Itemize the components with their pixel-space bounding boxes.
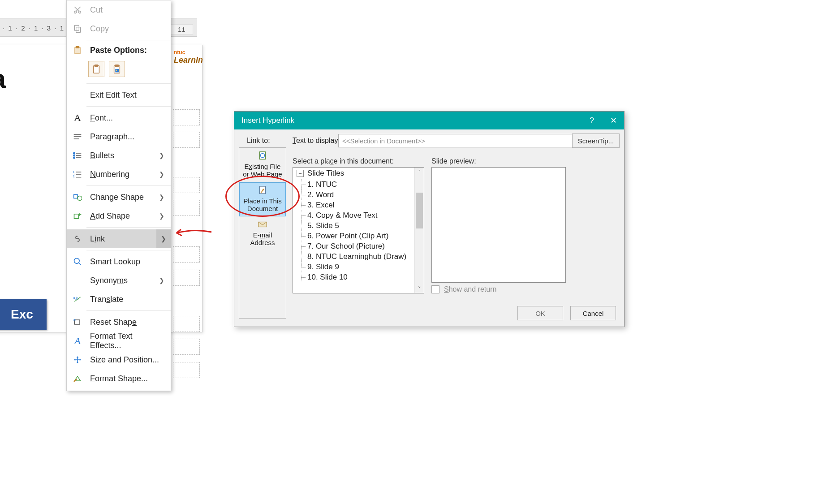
tree-slide-item[interactable]: 2. Word [295, 190, 415, 200]
document-tree[interactable]: − Slide Titles 1. NTUC 2. Word 3. Excel … [293, 167, 424, 293]
menu-copy[interactable]: Copy [67, 19, 171, 38]
dialog-titlebar[interactable]: Insert Hyperlink ? ✕ [234, 112, 624, 129]
menu-label: Smart Lookup [90, 257, 140, 267]
link-icon [71, 235, 84, 243]
svg-point-11 [116, 70, 117, 71]
translate-icon: aあ [71, 295, 84, 303]
menu-paste-options: Paste Options: [67, 42, 171, 58]
slide-preview-label: Slide preview: [431, 157, 476, 165]
paste-options-row [67, 58, 171, 82]
tree-slide-item[interactable]: 6. Power Point (Clip Art) [295, 231, 415, 241]
svg-rect-18 [74, 194, 78, 198]
globe-page-icon [258, 151, 267, 161]
menu-numbering[interactable]: 123 Numbering ❯ [67, 165, 171, 184]
dialog-help-button[interactable]: ? [581, 112, 603, 129]
svg-rect-2 [76, 27, 81, 33]
placeholder-dash [173, 339, 200, 355]
menu-format-text-effects[interactable]: A Format Text Effects... [67, 332, 171, 350]
svg-point-12 [73, 152, 75, 154]
linkto-existing-file[interactable]: Existing File or Web Page [239, 148, 286, 182]
placeholder-dash [173, 177, 200, 193]
menu-cut[interactable]: Cut [67, 0, 171, 19]
menu-link[interactable]: Link ❯ [67, 229, 171, 248]
svg-point-14 [73, 157, 75, 158]
menu-label: Link [90, 234, 105, 244]
menu-label: Exit Edit Text [90, 90, 137, 100]
menu-bullets[interactable]: Bullets ❯ [67, 146, 171, 165]
placeholder-dash [173, 109, 200, 125]
menu-label: Size and Position... [90, 355, 159, 365]
svg-rect-5 [76, 47, 79, 48]
scroll-thumb[interactable] [416, 193, 423, 228]
menu-divider [86, 83, 171, 84]
ruler-right-value: 11 [170, 24, 193, 34]
copy-icon [71, 24, 84, 33]
bullets-icon [71, 152, 84, 159]
svg-point-27 [263, 189, 264, 190]
svg-rect-20 [74, 214, 79, 219]
tree-slide-item[interactable]: 9. Slide 9 [295, 262, 415, 272]
svg-text:aあ: aあ [73, 296, 79, 300]
menu-divider [86, 310, 171, 311]
scroll-down-icon[interactable]: ˅ [415, 284, 424, 293]
menu-exit-edit-text[interactable]: Exit Edit Text [67, 86, 171, 104]
tree-scrollbar[interactable]: ˄ ˅ [414, 168, 424, 293]
logo-main-text: Learnin [174, 56, 203, 65]
tree-slide-item[interactable]: 5. Slide 5 [295, 220, 415, 231]
select-place-label: Select a place in this document: [293, 157, 394, 165]
text-to-display-field[interactable]: <<Selection in Document>> [338, 134, 573, 147]
menu-format-shape[interactable]: Format Shape... [67, 369, 171, 388]
tree-slide-item[interactable]: 4. Copy & Move Text [295, 210, 415, 220]
linkto-email-address[interactable]: E-mail Address [239, 216, 286, 251]
ok-button[interactable]: OK [517, 306, 563, 320]
tree-slide-item[interactable]: 8. NTUC Learninghub (Draw) [295, 251, 415, 262]
tree-root-label: Slide Titles [307, 169, 344, 178]
menu-divider [86, 106, 171, 107]
svg-point-13 [73, 155, 75, 156]
tree-slide-item[interactable]: 10. Slide 10 [295, 272, 415, 282]
menu-add-shape[interactable]: Add Shape ❯ [67, 207, 171, 225]
menu-synonyms[interactable]: Synonyms ❯ [67, 271, 171, 290]
submenu-arrow-icon: ❯ [159, 171, 164, 178]
smartart-box-right[interactable]: Exc [0, 299, 47, 330]
paragraph-icon [71, 133, 84, 140]
placeholder-dash [173, 270, 200, 286]
paste-keep-source-icon[interactable] [88, 61, 104, 77]
menu-label: Reset Shape [90, 318, 137, 327]
menu-change-shape[interactable]: Change Shape ❯ [67, 188, 171, 207]
menu-translate[interactable]: aあ Translate [67, 290, 171, 309]
menu-label: Synonyms [90, 276, 128, 285]
menu-font[interactable]: A Font... [67, 108, 171, 127]
tree-root-slide-titles[interactable]: − Slide Titles [295, 168, 415, 179]
tree-slide-item[interactable]: 3. Excel [295, 200, 415, 210]
paste-picture-icon[interactable] [109, 61, 125, 77]
format-shape-icon [71, 375, 84, 383]
tree-slide-item[interactable]: 1. NTUC [295, 179, 415, 190]
menu-label: Font... [90, 113, 113, 123]
menu-label: Format Shape... [90, 374, 148, 383]
link-to-sidebar: Existing File or Web Page Place in This … [239, 147, 286, 319]
cancel-button[interactable]: Cancel [570, 306, 616, 320]
scroll-up-icon[interactable]: ˄ [415, 168, 424, 177]
change-shape-icon [71, 193, 84, 201]
screentip-button[interactable]: ScreenTip... [572, 134, 620, 148]
tree-slide-item[interactable]: 7. Our School (Picture) [295, 241, 415, 251]
clipboard-icon [71, 45, 84, 55]
menu-paragraph[interactable]: Paragraph... [67, 127, 171, 146]
linkto-place-in-document[interactable]: Place in This Document [239, 182, 286, 217]
linkto-label: Place in This Document [241, 197, 284, 213]
menu-size-position[interactable]: Size and Position... [67, 350, 171, 369]
submenu-arrow-icon: ❯ [159, 212, 164, 220]
annotation-arrow [172, 227, 212, 240]
dialog-close-button[interactable]: ✕ [603, 112, 624, 129]
linkto-label: E-mail Address [241, 231, 284, 247]
menu-label: Format Text Effects... [90, 332, 165, 350]
show-return-checkbox [431, 285, 439, 293]
tree-collapse-icon[interactable]: − [297, 170, 304, 177]
svg-point-19 [78, 196, 82, 201]
menu-reset-shape[interactable]: Reset Shape [67, 313, 171, 332]
document-place-icon [258, 185, 267, 195]
menu-smart-lookup[interactable]: Smart Lookup [67, 252, 171, 271]
menu-label: Translate [90, 295, 123, 304]
placeholder-dash [173, 316, 200, 332]
